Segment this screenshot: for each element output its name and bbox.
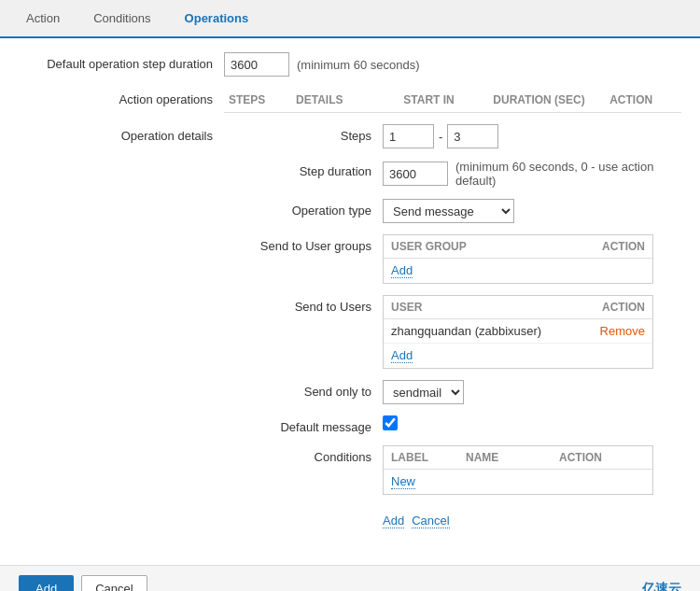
- add-button[interactable]: Add: [19, 575, 74, 591]
- step-duration-label: Step duration: [233, 160, 383, 178]
- main-content: Default operation step duration (minimum…: [0, 38, 700, 565]
- default-message-field: [383, 415, 681, 430]
- users-table-header: USER ACTION: [384, 296, 652, 319]
- tab-conditions[interactable]: Conditions: [77, 0, 167, 36]
- ops-col-action: ACTION: [609, 93, 681, 106]
- conditions-name-col: NAME: [466, 451, 559, 464]
- conditions-row: Conditions LABEL NAME ACTION New: [233, 445, 681, 495]
- send-to-users-row: Send to Users USER ACTION zhangquandan (…: [233, 295, 681, 369]
- ops-header: STEPS DETAILS START IN DURATION (SEC) AC…: [224, 88, 681, 113]
- add-user-group-link[interactable]: Add: [391, 263, 413, 278]
- op-action-row: Add Cancel: [233, 506, 681, 528]
- step-duration-input[interactable]: [383, 162, 448, 186]
- conditions-label-col: LABEL: [391, 451, 466, 464]
- send-only-to-field: sendmail: [383, 380, 681, 404]
- default-step-duration-field: (minimum 60 seconds): [224, 52, 681, 77]
- op-action-label-spacer: [233, 506, 383, 511]
- operation-details-field: Steps - Step duration (minimum 60 second…: [224, 124, 681, 540]
- action-operations-field: STEPS DETAILS START IN DURATION (SEC) AC…: [224, 88, 681, 113]
- operation-details-label: Operation details: [19, 124, 224, 143]
- user-col-header: USER: [391, 301, 580, 314]
- default-message-row: Default message: [233, 415, 681, 434]
- send-only-to-select[interactable]: sendmail: [383, 380, 464, 404]
- conditions-label: Conditions: [233, 445, 383, 464]
- op-action-links: Add Cancel: [383, 506, 681, 528]
- conditions-field: LABEL NAME ACTION New: [383, 445, 681, 495]
- conditions-action-col: ACTION: [559, 451, 645, 464]
- steps-separator: -: [439, 130, 442, 144]
- tabs-bar: Action Conditions Operations: [0, 0, 700, 38]
- send-only-to-row: Send only to sendmail: [233, 380, 681, 404]
- operation-type-select[interactable]: Send message Remote command: [383, 199, 514, 223]
- user-name: zhangquandan (zabbixuser): [391, 324, 600, 338]
- default-step-duration-input[interactable]: [224, 52, 289, 77]
- send-only-to-label: Send only to: [233, 380, 383, 399]
- bottom-bar: Add Cancel 亿速云: [0, 565, 700, 591]
- conditions-header: LABEL NAME ACTION: [384, 446, 652, 470]
- steps-field: -: [383, 124, 681, 148]
- ops-col-startin: START IN: [403, 93, 493, 106]
- new-condition-link[interactable]: New: [391, 474, 415, 489]
- tab-operations[interactable]: Operations: [168, 0, 266, 38]
- cancel-button[interactable]: Cancel: [81, 575, 147, 591]
- action-operations-label: Action operations: [19, 88, 224, 106]
- steps-row: Steps -: [233, 124, 681, 148]
- step-duration-row: Step duration (minimum 60 seconds, 0 - u…: [233, 160, 681, 188]
- user-group-col-header: USER GROUP: [391, 240, 580, 253]
- bottom-buttons: Add Cancel: [19, 575, 147, 591]
- send-to-users-label: Send to Users: [233, 295, 383, 314]
- default-step-duration-hint: (minimum 60 seconds): [297, 58, 420, 72]
- ops-col-details: DETAILS: [296, 93, 403, 106]
- op-cancel-link[interactable]: Cancel: [412, 514, 449, 528]
- operation-type-label: Operation type: [233, 199, 383, 218]
- tab-action[interactable]: Action: [9, 0, 77, 36]
- ops-col-steps: STEPS: [224, 93, 296, 106]
- default-message-label: Default message: [233, 415, 383, 434]
- action-operations-row: Action operations STEPS DETAILS START IN…: [19, 88, 681, 113]
- step-duration-field: (minimum 60 seconds, 0 - use action defa…: [383, 160, 681, 188]
- steps-label: Steps: [233, 124, 383, 143]
- user-action-header: ACTION: [580, 301, 645, 314]
- brand-logo: 亿速云: [642, 581, 681, 592]
- send-to-user-groups-label: Send to User groups: [233, 234, 383, 253]
- op-details-section: Steps - Step duration (minimum 60 second…: [233, 124, 681, 540]
- steps-from-input[interactable]: [383, 124, 434, 148]
- user-row: zhangquandan (zabbixuser) Remove: [384, 319, 652, 344]
- users-table: USER ACTION zhangquandan (zabbixuser) Re…: [383, 295, 653, 369]
- operation-type-row: Operation type Send message Remote comma…: [233, 199, 681, 223]
- send-to-user-groups-field: USER GROUP ACTION Add: [383, 234, 681, 284]
- operation-type-field: Send message Remote command: [383, 199, 681, 223]
- default-step-duration-row: Default operation step duration (minimum…: [19, 52, 681, 77]
- remove-user-link[interactable]: Remove: [600, 324, 645, 338]
- send-to-user-groups-row: Send to User groups USER GROUP ACTION Ad…: [233, 234, 681, 284]
- add-user-link[interactable]: Add: [391, 348, 413, 363]
- steps-to-input[interactable]: [447, 124, 498, 148]
- default-step-duration-label: Default operation step duration: [19, 52, 224, 71]
- ops-col-duration: DURATION (SEC): [493, 93, 609, 106]
- user-groups-header: USER GROUP ACTION: [384, 235, 652, 259]
- operation-details-row: Operation details Steps - Step duration: [19, 124, 681, 540]
- user-group-action-header: ACTION: [580, 240, 645, 253]
- default-message-checkbox[interactable]: [383, 415, 398, 430]
- op-add-link[interactable]: Add: [383, 514, 404, 528]
- op-action-links-row: Add Cancel: [383, 514, 450, 528]
- step-duration-hint: (minimum 60 seconds, 0 - use action defa…: [455, 160, 681, 188]
- conditions-table: LABEL NAME ACTION New: [383, 445, 653, 495]
- user-groups-table: USER GROUP ACTION Add: [383, 234, 653, 284]
- send-to-users-field: USER ACTION zhangquandan (zabbixuser) Re…: [383, 295, 681, 369]
